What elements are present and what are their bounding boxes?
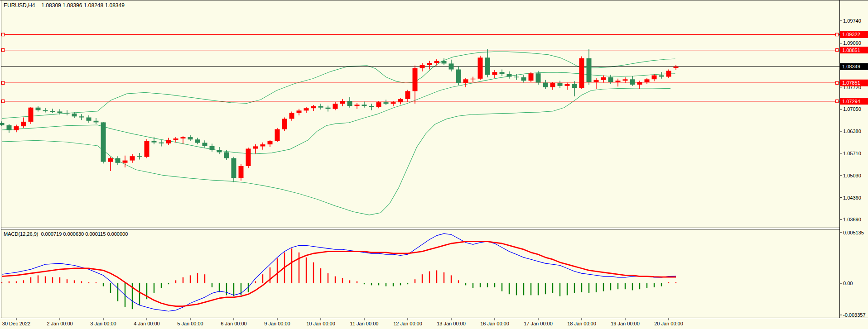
candle-body xyxy=(550,83,555,87)
macd-axis-tick-label: -0.003357 xyxy=(843,312,866,318)
current-price-badge-text: 1.08349 xyxy=(842,64,860,69)
candle-body xyxy=(311,106,316,108)
time-axis-label: 16 Jan 00:00 xyxy=(480,321,509,326)
line-price-badge-text: 1.07851 xyxy=(842,80,860,86)
candle-body xyxy=(362,105,367,106)
time-axis-label: 3 Jan 00:00 xyxy=(90,321,116,326)
time-axis-label: 10 Jan 00:00 xyxy=(306,321,335,326)
price-axis-tick-label: 1.05030 xyxy=(843,173,861,178)
candle-body xyxy=(43,110,48,111)
time-axis-label: 17 Jan 00:00 xyxy=(524,321,553,326)
candle-body xyxy=(36,108,41,110)
candle-body xyxy=(137,156,142,157)
candle-body xyxy=(645,79,650,82)
trading-chart-window: 1.097401.090601.077201.070501.063801.057… xyxy=(0,0,868,329)
time-axis-label: 30 Dec 2022 xyxy=(2,321,30,326)
candle-body xyxy=(543,83,548,87)
candle-body xyxy=(130,156,135,160)
time-axis-label: 11 Jan 00:00 xyxy=(350,321,379,326)
time-axis-label: 2 Jan 00:00 xyxy=(47,321,73,326)
candle-body xyxy=(159,143,164,143)
candle-body xyxy=(268,141,273,144)
candle-body xyxy=(536,73,541,82)
line-handle-marker[interactable] xyxy=(836,33,839,36)
macd-indicator-layer[interactable] xyxy=(2,234,676,311)
candle-body xyxy=(514,77,519,78)
candle-body xyxy=(398,99,403,102)
time-axis-label: 13 Jan 00:00 xyxy=(437,321,466,326)
candle-body xyxy=(500,72,505,74)
candle-body xyxy=(203,143,207,146)
line-handle-marker[interactable] xyxy=(836,100,839,102)
candle-body xyxy=(420,65,425,68)
candle-body xyxy=(579,58,584,88)
candle-body xyxy=(188,137,193,139)
candle-body xyxy=(304,108,309,110)
line-handle-marker[interactable] xyxy=(836,48,839,51)
candle-body xyxy=(123,161,128,163)
candle-body xyxy=(289,113,294,119)
candle-body xyxy=(608,77,613,82)
macd-axis-tick-label: 0.005135 xyxy=(843,230,864,235)
candle-body xyxy=(369,106,374,107)
candle-body xyxy=(333,104,338,109)
line-handle-marker[interactable] xyxy=(2,81,5,84)
candle-body xyxy=(21,122,26,126)
candle-body xyxy=(7,125,12,130)
candle-body xyxy=(108,158,113,162)
line-handle-marker[interactable] xyxy=(2,33,5,36)
candle-body xyxy=(471,79,476,80)
candle-body xyxy=(507,74,512,77)
candle-body xyxy=(529,73,534,81)
chart-canvas: 1.097401.090601.077201.070501.063801.057… xyxy=(0,0,868,329)
candle-body xyxy=(181,137,186,138)
macd-signal-line xyxy=(2,242,676,306)
time-axis-label: 19 Jan 00:00 xyxy=(611,321,640,326)
price-axis-tick-label: 1.09060 xyxy=(843,40,861,46)
candle-body xyxy=(58,111,63,113)
candle-body xyxy=(116,158,121,163)
time-axis[interactable]: 30 Dec 20222 Jan 00:003 Jan 00:004 Jan 0… xyxy=(2,318,683,327)
candle-body xyxy=(145,141,149,157)
candle-body xyxy=(65,113,70,114)
candle-body xyxy=(0,123,5,125)
candle-body xyxy=(434,61,439,63)
candle-body xyxy=(253,146,258,148)
candle-body xyxy=(29,108,34,122)
time-axis-label: 18 Jan 00:00 xyxy=(567,321,596,326)
candle-body xyxy=(442,61,447,64)
candle-body xyxy=(14,126,19,130)
time-axis-label: 5 Jan 00:00 xyxy=(177,321,203,326)
candle-body xyxy=(217,150,222,152)
candle-body xyxy=(72,114,77,116)
candle-body xyxy=(210,146,215,150)
candle-body xyxy=(79,116,84,117)
line-handle-marker[interactable] xyxy=(2,100,5,102)
candle-body xyxy=(355,105,360,106)
candle-body xyxy=(616,81,621,82)
candle-body xyxy=(674,67,679,68)
candle-body xyxy=(246,149,251,167)
candle-body xyxy=(318,106,323,108)
candle-body xyxy=(231,158,236,178)
candle-body xyxy=(282,119,287,129)
candle-body xyxy=(195,139,200,143)
candle-body xyxy=(384,102,389,104)
candle-body xyxy=(558,83,563,86)
line-handle-marker[interactable] xyxy=(2,48,5,51)
line-handle-marker[interactable] xyxy=(836,81,839,84)
candle-body xyxy=(260,144,265,146)
candle-body xyxy=(275,129,280,141)
candle-body xyxy=(666,71,671,76)
candle-body xyxy=(376,102,381,107)
time-axis-label: 12 Jan 00:00 xyxy=(393,321,422,326)
candle-body xyxy=(630,79,635,85)
candle-body xyxy=(297,110,302,113)
time-axis-label: 4 Jan 00:00 xyxy=(134,321,160,326)
time-axis-label: 6 Jan 00:00 xyxy=(221,321,247,326)
candle-body xyxy=(340,101,345,104)
candle-body xyxy=(50,111,55,112)
candle-body xyxy=(224,153,229,158)
macd-axis[interactable]: 0.0051350.00-0.003357 xyxy=(839,230,866,318)
candle-body xyxy=(101,122,106,162)
